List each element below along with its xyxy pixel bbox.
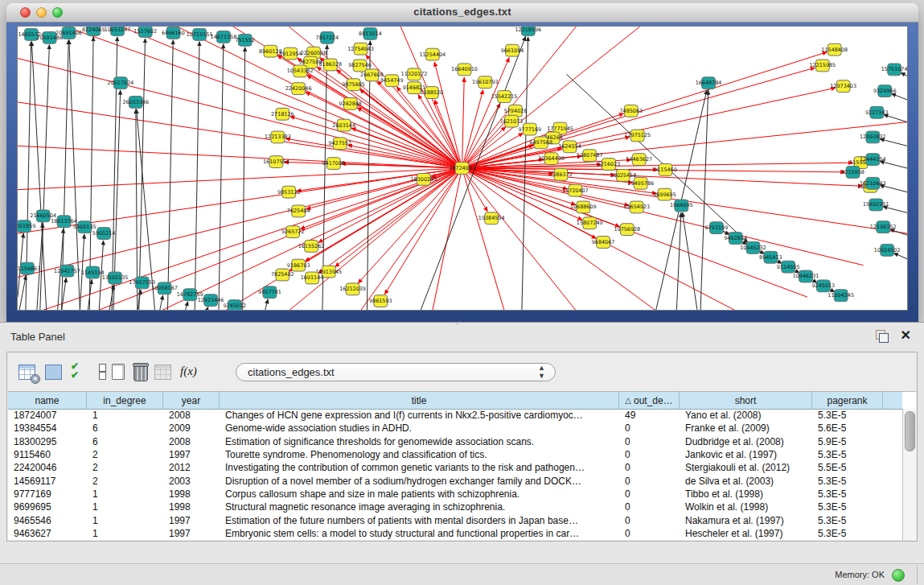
graph-node[interactable]: 19610793 [472,76,499,89]
table-row[interactable]: 969969511998Structural magnetic resonanc… [8,501,902,513]
graph-node[interactable]: 3624554 [558,141,581,153]
graph-node[interactable]: 9391859 [18,220,35,233]
graph-node[interactable]: 10946231 [793,270,819,282]
table-row[interactable]: 911546021997Tourette syndrome. Phenomeno… [8,448,902,461]
vertical-scrollbar[interactable] [902,409,916,540]
window-titlebar[interactable]: citations_edges.txt [6,3,918,23]
graph-node[interactable]: 7825402 [271,269,294,281]
graph-node[interactable]: 1527602 [133,27,157,37]
graph-node[interactable]: 16640910 [451,64,478,76]
float-panel-icon[interactable] [876,330,889,343]
graph-node[interactable]: 9777169 [518,123,541,135]
graph-node[interactable]: 9861593 [369,295,392,307]
table-row[interactable]: 1456911722003Disruption of a novel membe… [8,474,902,487]
graph-node[interactable]: 13505135 [102,272,129,284]
network-canvas[interactable]: 1872400789601288912954222605589827508105… [18,27,907,311]
black-edge [901,72,907,76]
column-header-pagerank[interactable]: pagerank [812,392,883,409]
scrollbar-thumb[interactable] [905,411,915,451]
graph-node[interactable]: 15542215 [491,91,518,103]
graph-node[interactable]: 10653247 [105,27,131,35]
table-dropdown[interactable]: citations_edges.txt ▲▼ [236,363,556,381]
table-cell: Tibbo et al. (1998) [680,488,812,500]
column-header-in_degree[interactable]: in_degree [87,392,163,409]
table-row[interactable]: 1938455462009Genome-wide association stu… [8,422,902,435]
svg-text:12973403: 12973403 [830,83,856,89]
graph-node[interactable]: 9427552 [328,138,351,150]
graph-node[interactable]: 9186703 [287,259,310,271]
graph-node[interactable]: 20364436 [538,153,565,165]
row-height-icon[interactable] [92,362,112,381]
graph-node[interactable]: 16155262 [298,240,325,252]
graph-node[interactable]: 12215985 [809,60,836,72]
table-cell: Tourette syndrome. Phenomenology and cla… [220,449,619,460]
graph-node[interactable]: 19384554 [478,212,505,225]
graph-node[interactable]: 9265722 [281,226,305,238]
table-row[interactable]: 2242004622012Investigating the contribut… [8,461,902,474]
svg-text:1588520: 1588520 [420,89,443,96]
graph-node[interactable]: 9699695 [653,188,676,200]
graph-node[interactable]: 16212039 [339,283,366,295]
graph-node[interactable]: 10719155 [187,28,213,40]
graph-node[interactable]: 8224065 [82,27,105,35]
graph-node[interactable]: 7857224 [316,31,339,43]
table-settings-icon[interactable]: ✱ [18,362,38,381]
graph-node[interactable]: 9417008 [322,158,345,170]
new-table-icon[interactable] [112,362,131,381]
graph-node[interactable]: 12942757 [54,265,80,277]
table-row[interactable]: 946554611997Estimation of the future num… [8,513,902,526]
graph-node[interactable]: 20517024 [108,77,134,89]
graph-node[interactable]: 19654923 [623,201,650,213]
column-header-year[interactable]: year [163,392,220,409]
graph-node[interactable]: 12213383 [265,131,291,143]
column-visibility-icon[interactable] [45,362,64,381]
graph-node[interactable]: 14671358 [211,31,237,43]
graph-node[interactable]: 12093832 [860,131,886,143]
graph-node[interactable]: 751552 [235,34,255,46]
memory-status-indicator[interactable] [892,569,905,582]
graph-node[interactable]: 2718126 [271,108,294,120]
graph-node[interactable]: 8912954 [279,47,302,60]
graph-node[interactable]: 9853122 [277,186,301,198]
graph-node[interactable]: 15692951 [863,199,889,211]
graph-node[interactable]: 10807487 [577,150,603,162]
row-selection-mode-icon[interactable]: ✔✔ [71,362,90,381]
table-row[interactable]: 1872400712008Changes of HCN gene express… [8,409,902,422]
graph-node[interactable]: 7485063 [619,105,643,117]
graph-node[interactable]: 12973403 [830,80,856,93]
splitter-handle[interactable]: ⟋ [456,320,464,326]
graph-node[interactable]: 11254404 [419,48,446,60]
table-cell: 2 [87,476,163,487]
graph-node[interactable]: 10945232 [740,241,766,253]
graph-node[interactable]: 6216023 [598,159,621,171]
graph-node[interactable]: 8813014 [359,27,382,39]
graph-node[interactable]: 14463627 [626,154,652,166]
graph-node[interactable]: 26053346 [122,97,149,109]
column-header-out_de[interactable]: △out_de… [619,392,680,409]
delete-table-icon[interactable] [133,362,153,381]
graph-node[interactable]: 7386372 [549,169,573,181]
table-row[interactable]: 977716911998Corpus callosum shape and si… [8,488,902,501]
graph-node[interactable]: 7625404 [287,205,310,217]
close-panel-icon[interactable]: ✕ [901,328,911,343]
graph-node[interactable]: 16107554 [263,156,290,168]
graph-node[interactable]: 9661094 [501,44,524,56]
graph-node[interactable]: 19495786 [627,177,654,189]
graph-node[interactable]: 10688609 [570,201,597,213]
graph-node[interactable]: 9329966 [873,85,897,97]
graph-node[interactable]: 11548408 [821,43,848,56]
graph-node[interactable]: 8186328 [319,59,343,71]
column-header-name[interactable]: name [8,392,87,409]
table-row[interactable]: 1830029562008Estimation of significance … [8,435,902,448]
graph-node[interactable]: 9227343 [865,106,889,118]
column-header-short[interactable]: short [680,392,812,409]
graph-node[interactable]: 1145194 [81,266,105,278]
graph-node[interactable]: 9242848 [339,97,362,109]
graph-node[interactable]: 11094245 [827,290,854,302]
graph-node[interactable]: 2603144 [332,119,355,131]
graph-node[interactable]: 9857791 [258,286,281,299]
function-builder-icon[interactable]: f(x) [180,362,199,381]
table-row[interactable]: 946362711997Embryonic stem cells: a mode… [8,527,902,540]
column-header-title[interactable]: title [220,392,619,409]
graph-node[interactable]: 12218596 [515,27,541,35]
